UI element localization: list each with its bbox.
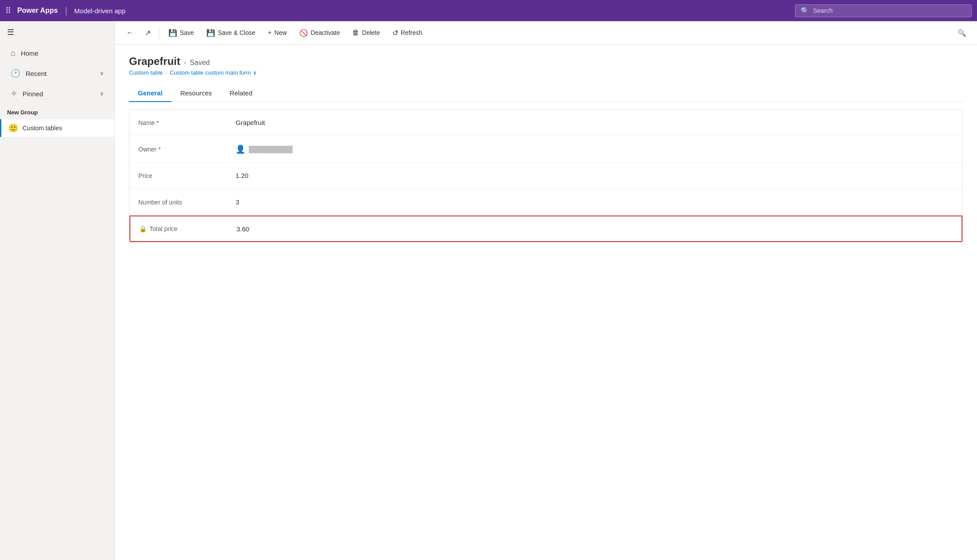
custom-tables-icon: 🙂 (8, 123, 18, 133)
new-button[interactable]: + New (262, 26, 292, 39)
deactivate-label: Deactivate (311, 29, 340, 36)
sidebar-item-recent[interactable]: 🕐 Recent ∨ (4, 64, 111, 83)
field-row-units: Number of units 3 (129, 189, 962, 216)
nav-divider: | (65, 6, 67, 16)
field-value-name[interactable]: Grapefruit (236, 119, 265, 126)
sidebar-item-custom-tables[interactable]: 🙂 Custom tables (0, 119, 114, 137)
toolbar: ← ↗ 💾 Save 💾 Save & Close + New 🚫 Deacti… (115, 21, 977, 45)
sidebar-item-recent-label: Recent (26, 70, 47, 77)
field-value-price[interactable]: 1.20 (236, 172, 248, 179)
lock-icon: 🔒 (139, 225, 147, 232)
field-label-units: Number of units (138, 199, 236, 206)
refresh-button[interactable]: ↺ Refresh (387, 26, 428, 40)
field-row-owner: Owner* 👤 ██████████ (129, 136, 962, 163)
chevron-down-icon: ∨ (100, 91, 104, 97)
field-value-total-price: 3.60 (236, 225, 249, 233)
refresh-label: Refresh (401, 29, 422, 36)
breadcrumb-form-label: Custom table custom main form (170, 69, 251, 76)
person-icon: 👤 (236, 144, 245, 154)
breadcrumb-table-link[interactable]: Custom table (129, 69, 163, 76)
field-label-owner: Owner* (138, 146, 236, 153)
breadcrumb-form-dropdown[interactable]: Custom table custom main form ∨ (170, 69, 257, 76)
form-tabs: General Resources Related (129, 85, 963, 102)
back-icon: ← (126, 29, 133, 37)
back-button[interactable]: ← (122, 25, 138, 41)
record-status-separator: - (184, 59, 186, 67)
sidebar-item-home-label: Home (21, 49, 38, 57)
save-label: Save (180, 29, 194, 36)
save-close-icon: 💾 (206, 29, 215, 37)
form-section-general: Name* Grapefruit Owner* 👤 ██████████ (129, 109, 963, 242)
toolbar-search-icon: 🔍 (958, 29, 966, 37)
record-status: Saved (190, 59, 209, 67)
field-row-price: Price 1.20 (129, 163, 962, 189)
hamburger-icon: ☰ (7, 28, 14, 37)
pin-icon: ✧ (11, 89, 17, 98)
app-name: Model-driven app (74, 7, 795, 15)
field-row-name: Name* Grapefruit (129, 110, 962, 136)
tab-general[interactable]: General (129, 85, 171, 102)
sidebar-item-pinned[interactable]: ✧ Pinned ∨ (4, 84, 111, 103)
search-icon: 🔍 (801, 7, 810, 15)
save-close-label: Save & Close (218, 29, 255, 36)
menu-toggle-button[interactable]: ☰ (0, 21, 114, 43)
save-button[interactable]: 💾 Save (163, 26, 199, 40)
owner-name-blurred: ██████████ (249, 146, 293, 153)
external-link-icon: ↗ (145, 29, 151, 37)
toolbar-divider (159, 26, 160, 39)
brand-name: Power Apps (17, 7, 58, 15)
content-area: ← ↗ 💾 Save 💾 Save & Close + New 🚫 Deacti… (115, 21, 977, 560)
new-icon: + (268, 29, 272, 37)
delete-icon: 🗑 (352, 29, 359, 37)
search-bar[interactable]: 🔍 (795, 4, 972, 17)
new-label: New (274, 29, 287, 36)
field-label-price: Price (138, 172, 236, 179)
sidebar: ☰ ⌂ Home 🕐 Recent ∨ ✧ Pinned ∨ New Group… (0, 21, 115, 560)
refresh-icon: ↺ (392, 29, 398, 37)
external-link-button[interactable]: ↗ (140, 25, 156, 41)
sidebar-item-home[interactable]: ⌂ Home (4, 44, 111, 62)
field-value-units[interactable]: 3 (236, 198, 239, 206)
tab-resources[interactable]: Resources (171, 85, 221, 102)
top-navigation: ⠿ Power Apps | Model-driven app 🔍 (0, 0, 977, 21)
sidebar-item-pinned-label: Pinned (23, 90, 43, 98)
field-row-total-price: 🔒 Total price 3.60 (129, 216, 962, 242)
record-title-row: Grapefruit - Saved (129, 55, 963, 68)
toolbar-search-button[interactable]: 🔍 (954, 25, 970, 41)
tab-related[interactable]: Related (221, 85, 262, 102)
chevron-down-icon: ∨ (100, 70, 104, 76)
sidebar-section-new-group: New Group (0, 104, 114, 118)
form-container: Grapefruit - Saved Custom table · Custom… (115, 45, 977, 560)
apps-grid-icon[interactable]: ⠿ (5, 6, 11, 15)
save-close-button[interactable]: 💾 Save & Close (201, 26, 261, 40)
chevron-down-icon: ∨ (253, 69, 257, 76)
main-container: ☰ ⌂ Home 🕐 Recent ∨ ✧ Pinned ∨ New Group… (0, 21, 977, 560)
record-name: Grapefruit (129, 55, 180, 68)
deactivate-icon: 🚫 (299, 29, 308, 37)
field-label-name: Name* (138, 119, 236, 126)
home-icon: ⌂ (11, 49, 15, 58)
deactivate-button[interactable]: 🚫 Deactivate (294, 26, 345, 40)
save-icon: 💾 (168, 29, 177, 37)
custom-tables-label: Custom tables (23, 125, 62, 132)
required-indicator: * (156, 119, 159, 126)
search-input[interactable] (813, 7, 966, 14)
field-value-owner[interactable]: 👤 ██████████ (236, 144, 293, 154)
delete-button[interactable]: 🗑 Delete (347, 26, 385, 39)
recent-icon: 🕐 (11, 68, 20, 78)
breadcrumb-separator: · (166, 69, 167, 76)
required-indicator: * (158, 146, 160, 153)
delete-label: Delete (362, 29, 380, 36)
field-label-total-price: 🔒 Total price (139, 225, 236, 232)
breadcrumb: Custom table · Custom table custom main … (129, 69, 963, 76)
